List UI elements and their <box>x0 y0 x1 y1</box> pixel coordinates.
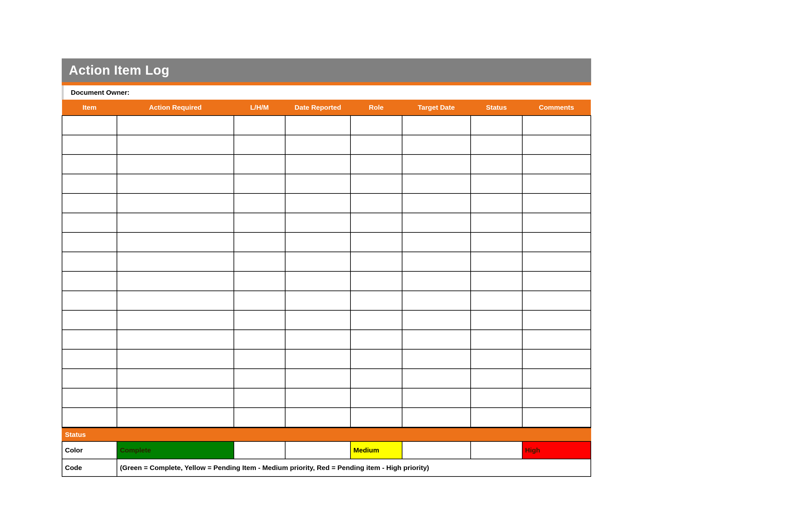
table-cell-role[interactable] <box>350 408 402 427</box>
table-cell-status[interactable] <box>471 271 522 291</box>
table-cell-target_date[interactable] <box>402 232 471 252</box>
table-cell-action[interactable] <box>117 349 234 369</box>
table-cell-date_reported[interactable] <box>285 369 350 388</box>
table-cell-comments[interactable] <box>522 310 591 330</box>
table-cell-lhm[interactable] <box>234 213 286 232</box>
table-cell-status[interactable] <box>471 349 522 369</box>
table-cell-item[interactable] <box>62 213 117 232</box>
table-cell-comments[interactable] <box>522 193 591 213</box>
table-cell-target_date[interactable] <box>402 271 471 291</box>
table-cell-role[interactable] <box>350 193 402 213</box>
table-cell-target_date[interactable] <box>402 135 471 155</box>
table-cell-lhm[interactable] <box>234 291 286 310</box>
table-cell-date_reported[interactable] <box>285 135 350 155</box>
table-cell-action[interactable] <box>117 330 234 349</box>
table-cell-lhm[interactable] <box>234 408 286 427</box>
table-cell-status[interactable] <box>471 369 522 388</box>
table-cell-status[interactable] <box>471 174 522 193</box>
table-cell-action[interactable] <box>117 155 234 174</box>
table-cell-target_date[interactable] <box>402 116 471 135</box>
table-cell-target_date[interactable] <box>402 252 471 271</box>
table-cell-target_date[interactable] <box>402 291 471 310</box>
table-cell-item[interactable] <box>62 135 117 155</box>
table-cell-comments[interactable] <box>522 232 591 252</box>
table-cell-date_reported[interactable] <box>285 388 350 408</box>
table-cell-status[interactable] <box>471 135 522 155</box>
table-cell-role[interactable] <box>350 116 402 135</box>
table-cell-item[interactable] <box>62 271 117 291</box>
table-cell-target_date[interactable] <box>402 349 471 369</box>
table-cell-lhm[interactable] <box>234 135 286 155</box>
table-cell-comments[interactable] <box>522 271 591 291</box>
table-cell-lhm[interactable] <box>234 252 286 271</box>
table-cell-lhm[interactable] <box>234 388 286 408</box>
table-cell-date_reported[interactable] <box>285 155 350 174</box>
table-cell-comments[interactable] <box>522 174 591 193</box>
table-cell-status[interactable] <box>471 310 522 330</box>
table-cell-date_reported[interactable] <box>285 232 350 252</box>
table-cell-item[interactable] <box>62 310 117 330</box>
table-cell-date_reported[interactable] <box>285 193 350 213</box>
table-cell-action[interactable] <box>117 310 234 330</box>
table-cell-comments[interactable] <box>522 408 591 427</box>
table-cell-target_date[interactable] <box>402 310 471 330</box>
table-cell-status[interactable] <box>471 388 522 408</box>
table-cell-comments[interactable] <box>522 155 591 174</box>
table-cell-date_reported[interactable] <box>285 213 350 232</box>
table-cell-lhm[interactable] <box>234 193 286 213</box>
table-cell-role[interactable] <box>350 135 402 155</box>
table-cell-target_date[interactable] <box>402 388 471 408</box>
table-cell-item[interactable] <box>62 193 117 213</box>
table-cell-role[interactable] <box>350 252 402 271</box>
table-cell-lhm[interactable] <box>234 116 286 135</box>
table-cell-item[interactable] <box>62 116 117 135</box>
table-cell-lhm[interactable] <box>234 155 286 174</box>
table-cell-action[interactable] <box>117 213 234 232</box>
table-cell-date_reported[interactable] <box>285 252 350 271</box>
table-cell-date_reported[interactable] <box>285 291 350 310</box>
table-cell-target_date[interactable] <box>402 193 471 213</box>
table-cell-lhm[interactable] <box>234 369 286 388</box>
table-cell-target_date[interactable] <box>402 174 471 193</box>
table-cell-status[interactable] <box>471 408 522 427</box>
table-cell-role[interactable] <box>350 310 402 330</box>
table-cell-item[interactable] <box>62 252 117 271</box>
table-cell-role[interactable] <box>350 388 402 408</box>
table-cell-action[interactable] <box>117 369 234 388</box>
table-cell-target_date[interactable] <box>402 408 471 427</box>
table-cell-status[interactable] <box>471 193 522 213</box>
table-cell-action[interactable] <box>117 116 234 135</box>
table-cell-target_date[interactable] <box>402 369 471 388</box>
table-cell-item[interactable] <box>62 174 117 193</box>
table-cell-item[interactable] <box>62 155 117 174</box>
table-cell-role[interactable] <box>350 174 402 193</box>
table-cell-target_date[interactable] <box>402 155 471 174</box>
table-cell-date_reported[interactable] <box>285 271 350 291</box>
table-cell-role[interactable] <box>350 330 402 349</box>
table-cell-lhm[interactable] <box>234 349 286 369</box>
table-cell-action[interactable] <box>117 408 234 427</box>
table-cell-comments[interactable] <box>522 213 591 232</box>
table-cell-comments[interactable] <box>522 116 591 135</box>
table-cell-action[interactable] <box>117 271 234 291</box>
table-cell-lhm[interactable] <box>234 330 286 349</box>
table-cell-status[interactable] <box>471 291 522 310</box>
table-cell-role[interactable] <box>350 291 402 310</box>
table-cell-action[interactable] <box>117 174 234 193</box>
table-cell-lhm[interactable] <box>234 232 286 252</box>
table-cell-lhm[interactable] <box>234 271 286 291</box>
table-cell-target_date[interactable] <box>402 330 471 349</box>
table-cell-date_reported[interactable] <box>285 330 350 349</box>
table-cell-date_reported[interactable] <box>285 349 350 369</box>
table-cell-comments[interactable] <box>522 330 591 349</box>
table-cell-action[interactable] <box>117 232 234 252</box>
table-cell-action[interactable] <box>117 252 234 271</box>
table-cell-role[interactable] <box>350 271 402 291</box>
table-cell-status[interactable] <box>471 213 522 232</box>
table-cell-role[interactable] <box>350 232 402 252</box>
table-cell-action[interactable] <box>117 291 234 310</box>
table-cell-lhm[interactable] <box>234 174 286 193</box>
table-cell-role[interactable] <box>350 369 402 388</box>
table-cell-action[interactable] <box>117 193 234 213</box>
table-cell-action[interactable] <box>117 388 234 408</box>
